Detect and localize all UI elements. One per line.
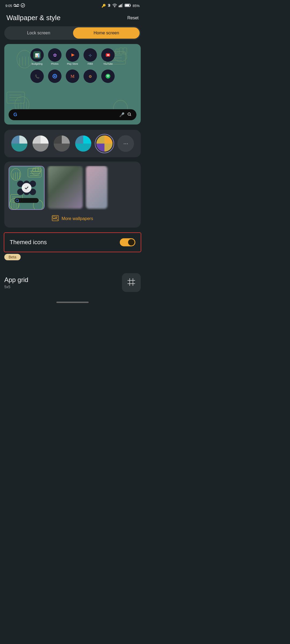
svg-point-58 — [129, 114, 130, 115]
color-palette: ··· — [4, 130, 141, 157]
app-budgeting-icon: 📊 — [30, 48, 44, 62]
home-screen-preview: 📊 Budgeting ✿ Photos Play Store ⊹ — [4, 44, 141, 125]
svg-rect-10 — [125, 5, 129, 6]
app-fitbit-icon: ⊹ — [84, 48, 97, 62]
app-grid-info: App grid 5x5 — [4, 276, 28, 289]
lens-icon[interactable] — [127, 112, 132, 118]
status-left: 9:05 — [5, 3, 25, 8]
preview-inner: 📊 Budgeting ✿ Photos Play Store ⊹ — [4, 44, 141, 125]
svg-text:📊: 📊 — [35, 53, 40, 58]
nav-handle — [0, 298, 145, 308]
check-icon — [21, 3, 25, 8]
app-budgeting: 📊 Budgeting — [30, 48, 44, 65]
time-display: 9:05 — [5, 4, 12, 8]
wallpaper-thumb-selected[interactable] — [9, 166, 45, 210]
app-fitbit: ⊹ Fitbit — [84, 48, 97, 65]
tab-lock-screen[interactable]: Lock screen — [5, 27, 72, 39]
app-fitness: ⚙ — [84, 69, 97, 83]
palette-more[interactable]: ··· — [117, 135, 134, 152]
app-grid-section: App grid 5x5 — [4, 273, 141, 292]
svg-point-56 — [106, 74, 110, 79]
app-row-2: 📞 M ⚙ — [9, 69, 136, 83]
svg-text:⊹: ⊹ — [89, 53, 92, 57]
svg-text:✿: ✿ — [53, 53, 57, 57]
app-chrome-icon — [48, 69, 61, 83]
app-grid-subtitle: 5x5 — [4, 285, 28, 289]
tab-bar: Lock screen Home screen — [4, 26, 141, 40]
wallpaper-thumb-2[interactable] — [48, 166, 83, 210]
app-grid-title: App grid — [4, 276, 28, 284]
more-wallpapers-button[interactable]: More wallpapers — [9, 214, 136, 223]
palette-teal-white[interactable] — [11, 135, 28, 152]
app-phone-icon: 📞 — [30, 69, 44, 83]
svg-point-3 — [21, 3, 25, 7]
palette-white-gray[interactable] — [32, 135, 49, 152]
app-photos: ✿ Photos — [48, 48, 61, 65]
page-header: Wallpaper & style Reset — [0, 10, 145, 26]
palette-cyan-teal[interactable] — [75, 135, 92, 152]
bluetooth-icon — [107, 3, 111, 8]
app-youtube: YouTube — [101, 48, 115, 65]
page-title: Wallpaper & style — [6, 14, 60, 22]
reset-button[interactable]: Reset — [127, 16, 139, 20]
svg-rect-7 — [121, 4, 122, 7]
search-bar[interactable]: G 🎤 — [9, 109, 136, 120]
app-chrome — [48, 69, 61, 83]
status-right: 🔑 85% — [102, 3, 140, 8]
signal-icon — [119, 3, 123, 8]
google-logo: G — [13, 112, 17, 118]
app-play-store: Play Store — [66, 48, 79, 65]
wifi-icon — [112, 3, 117, 8]
svg-line-59 — [130, 115, 131, 116]
mic-icon[interactable]: 🎤 — [119, 112, 125, 118]
app-photos-icon: ✿ — [48, 48, 61, 62]
voicemail-icon — [14, 4, 19, 8]
search-action-icons: 🎤 — [119, 112, 132, 118]
svg-rect-8 — [122, 3, 123, 7]
selected-checkmark — [22, 183, 31, 193]
more-wallpapers-label: More wallpapers — [61, 216, 93, 221]
grid-icon — [126, 277, 136, 288]
app-spotify-icon — [101, 69, 115, 83]
more-dots-icon: ··· — [123, 140, 128, 147]
app-grid-icon-button[interactable] — [122, 273, 141, 292]
app-play-store-icon — [66, 48, 79, 62]
svg-text:M: M — [70, 74, 74, 79]
app-phone: 📞 — [30, 69, 44, 83]
more-wallpapers-icon — [52, 215, 59, 222]
themed-icons-section: Themed icons — [4, 233, 141, 252]
beta-badge-section: Beta — [4, 254, 141, 260]
toggle-track — [120, 238, 135, 246]
svg-rect-5 — [119, 6, 119, 7]
key-icon: 🔑 — [102, 4, 106, 8]
svg-rect-6 — [120, 5, 121, 7]
svg-point-1 — [17, 4, 19, 6]
svg-rect-95 — [15, 198, 39, 203]
app-gmail-icon: M — [66, 69, 79, 83]
svg-text:📞: 📞 — [35, 74, 40, 79]
svg-text:⚙: ⚙ — [89, 74, 92, 79]
svg-point-50 — [54, 75, 56, 77]
battery-icon — [125, 3, 131, 8]
app-fitness-icon: ⚙ — [84, 69, 97, 83]
app-youtube-icon — [101, 48, 115, 62]
toggle-thumb — [128, 239, 135, 246]
battery-percent: 85% — [133, 4, 140, 8]
svg-rect-11 — [130, 5, 131, 6]
wallpaper-thumb-3[interactable] — [86, 166, 107, 210]
beta-pill: Beta — [4, 254, 21, 260]
themed-icons-toggle[interactable] — [120, 238, 135, 246]
svg-point-0 — [14, 4, 16, 6]
home-indicator — [56, 302, 89, 303]
app-row-1: 📊 Budgeting ✿ Photos Play Store ⊹ — [9, 48, 136, 65]
wallpaper-section: More wallpapers — [4, 162, 141, 228]
svg-point-100 — [56, 217, 57, 218]
palette-gray-dark[interactable] — [53, 135, 70, 152]
wallpaper-row — [9, 166, 136, 210]
palette-gold-purple[interactable] — [96, 135, 113, 152]
tab-home-screen[interactable]: Home screen — [73, 27, 140, 39]
app-spotify — [101, 69, 115, 83]
app-gmail: M — [66, 69, 79, 83]
svg-point-4 — [114, 7, 115, 8]
status-bar: 9:05 🔑 85% — [0, 0, 145, 10]
